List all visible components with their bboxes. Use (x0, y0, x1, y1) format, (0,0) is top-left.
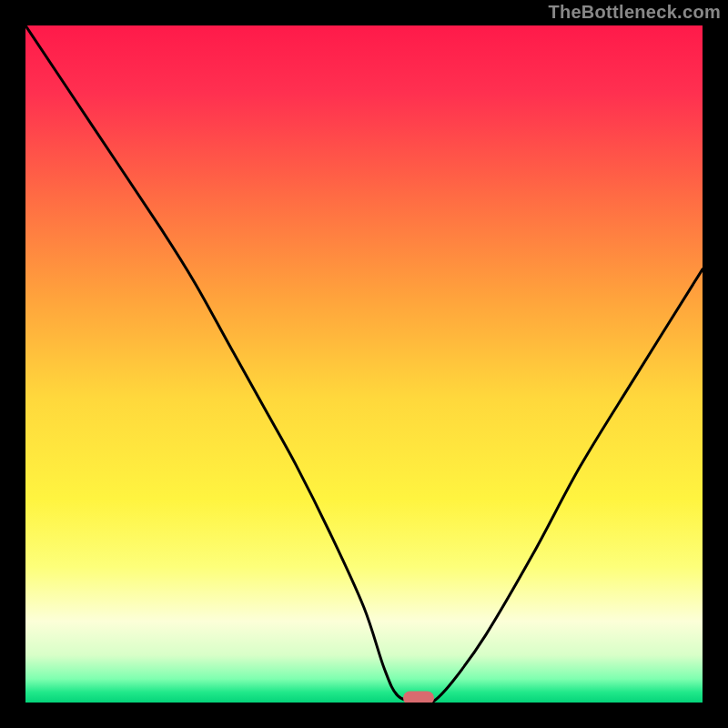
plot-area (25, 25, 703, 703)
optimal-point-marker (403, 692, 434, 703)
watermark-label: TheBottleneck.com (548, 2, 721, 23)
chart-frame: TheBottleneck.com (0, 0, 728, 728)
bottleneck-curve (25, 25, 703, 703)
